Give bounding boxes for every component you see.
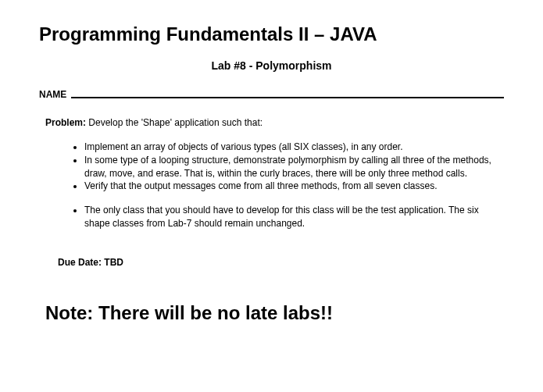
list-item: In some type of a looping structure, dem… bbox=[84, 154, 504, 180]
name-underline bbox=[71, 97, 504, 98]
page-title: Programming Fundamentals II – JAVA bbox=[39, 23, 504, 45]
list-item: The only class that you should have to d… bbox=[84, 204, 504, 230]
requirements-list-b: The only class that you should have to d… bbox=[39, 204, 504, 230]
problem-label: Problem: bbox=[45, 117, 86, 128]
list-item: Verify that the output messages come fro… bbox=[84, 180, 504, 193]
name-label: NAME bbox=[39, 89, 66, 100]
due-date: Due Date: TBD bbox=[39, 257, 504, 268]
late-labs-note: Note: There will be no late labs!! bbox=[39, 302, 504, 324]
name-field-row: NAME bbox=[39, 89, 504, 100]
list-item: Implement an array of objects of various… bbox=[84, 141, 504, 154]
problem-statement: Problem: Develop the 'Shape' application… bbox=[39, 117, 504, 128]
problem-text: Develop the 'Shape' application such tha… bbox=[86, 117, 263, 128]
requirements-list-a: Implement an array of objects of various… bbox=[39, 141, 504, 193]
lab-subtitle: Lab #8 - Polymorphism bbox=[39, 59, 504, 72]
